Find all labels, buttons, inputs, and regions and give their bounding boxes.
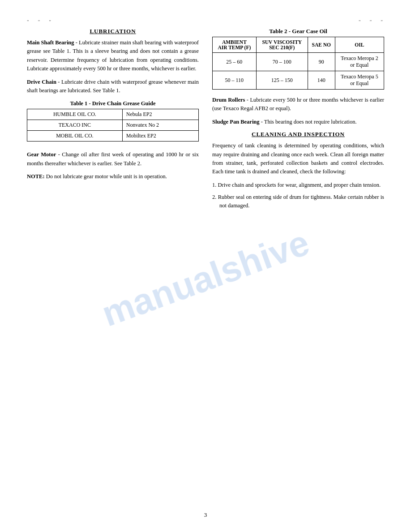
table-row: MOBIL OIL CO. Mobiltex EP2 xyxy=(27,131,199,142)
main-shaft-bearing-term: Main Shaft Bearing xyxy=(27,39,74,46)
table1-row1-col2: Nebula EP2 xyxy=(122,109,198,120)
table2-row2-col4: Texaco Meropa 5or Equal xyxy=(335,71,384,90)
table-row: 50 – 110 125 – 150 140 Texaco Meropa 5or… xyxy=(213,71,384,90)
table2-row2-col2: 125 – 150 xyxy=(256,71,308,90)
table1-title: Table 1 - Drive Chain Grease Guide xyxy=(27,100,199,107)
table2-header-col2: SUV VISCOSITYSEC 210(F) xyxy=(256,37,308,53)
cleaning-intro: Frequency of tank cleaning is determined… xyxy=(212,142,384,176)
sludge-pan-term: Sludge Pan Bearing xyxy=(212,119,260,125)
table-row: HUMBLE OIL CO. Nebula EP2 xyxy=(27,109,199,120)
watermark: manualshive xyxy=(97,222,315,335)
drum-rollers-paragraph: Drum Rollers - Lubricate every 500 hr or… xyxy=(212,96,384,113)
table2-row1-col3: 90 xyxy=(308,53,335,71)
lubrication-title: LUBRICATION xyxy=(27,28,199,35)
table2-header-col3: SAE NO xyxy=(308,37,335,53)
top-marks-right: " " " xyxy=(212,18,384,25)
table2-header-col4: OIL xyxy=(335,37,384,53)
page-number: 3 xyxy=(27,511,384,519)
note-text: Do not lubricate gear motor while unit i… xyxy=(45,173,167,180)
drive-chain-paragraph: Drive Chain - Lubricate drive chain with… xyxy=(27,78,199,95)
table2: AMBIENTAIR TEMP (F) SUV VISCOSITYSEC 210… xyxy=(212,37,384,90)
table-row: 25 – 60 70 – 100 90 Texaco Meropa 2or Eq… xyxy=(213,53,384,71)
table2-row1-col2: 70 – 100 xyxy=(256,53,308,71)
table2-header-row: AMBIENTAIR TEMP (F) SUV VISCOSITYSEC 210… xyxy=(213,37,384,53)
drum-rollers-term: Drum Rollers xyxy=(212,97,245,103)
table1-row2-col2: Nonvatex No 2 xyxy=(122,120,198,131)
note-paragraph: NOTE: Do not lubricate gear motor while … xyxy=(27,172,199,181)
table2-row1-col1: 25 – 60 xyxy=(213,53,257,71)
sludge-pan-paragraph: Sludge Pan Bearing - This bearing does n… xyxy=(212,118,384,126)
drive-chain-term: Drive Chain xyxy=(27,79,56,85)
note-label: NOTE: xyxy=(27,173,45,180)
left-column: LUBRICATION Main Shaft Bearing - Lubrica… xyxy=(27,28,199,214)
table1: HUMBLE OIL CO. Nebula EP2 TEXACO INC Non… xyxy=(27,109,199,142)
table-row: TEXACO INC Nonvatex No 2 xyxy=(27,120,199,131)
main-shaft-bearing-paragraph: Main Shaft Bearing - Lubricate strainer … xyxy=(27,39,199,73)
table2-container: Table 2 - Gear Case Oil AMBIENTAIR TEMP … xyxy=(212,28,384,90)
cleaning-item-2: 2. Rubber seal on entering side of drum … xyxy=(212,193,384,210)
table1-container: Table 1 - Drive Chain Grease Guide HUMBL… xyxy=(27,100,199,142)
table1-row3-col2: Mobiltex EP2 xyxy=(122,131,198,142)
table2-header-col1: AMBIENTAIR TEMP (F) xyxy=(213,37,257,53)
table2-row1-col4: Texaco Meropa 2or Equal xyxy=(335,53,384,71)
table2-row2-col3: 140 xyxy=(308,71,335,90)
gear-motor-paragraph: Gear Motor - Change oil after first week… xyxy=(27,150,199,168)
cleaning-item-1: 1. Drive chain and sprockets for wear, a… xyxy=(212,181,384,189)
table2-title: Table 2 - Gear Case Oil xyxy=(212,28,384,35)
table1-row3-col1: MOBIL OIL CO. xyxy=(27,131,123,142)
table1-row1-col1: HUMBLE OIL CO. xyxy=(27,109,123,120)
gear-motor-term: Gear Motor xyxy=(27,151,56,158)
table2-row2-col1: 50 – 110 xyxy=(213,71,257,90)
right-column: Table 2 - Gear Case Oil AMBIENTAIR TEMP … xyxy=(212,28,384,214)
sludge-pan-text: - This bearing does not require lubricat… xyxy=(260,119,357,125)
cleaning-title: CLEANING AND INSPECTION xyxy=(212,131,384,138)
top-marks-left: " " " xyxy=(27,18,199,25)
table1-row2-col1: TEXACO INC xyxy=(27,120,123,131)
